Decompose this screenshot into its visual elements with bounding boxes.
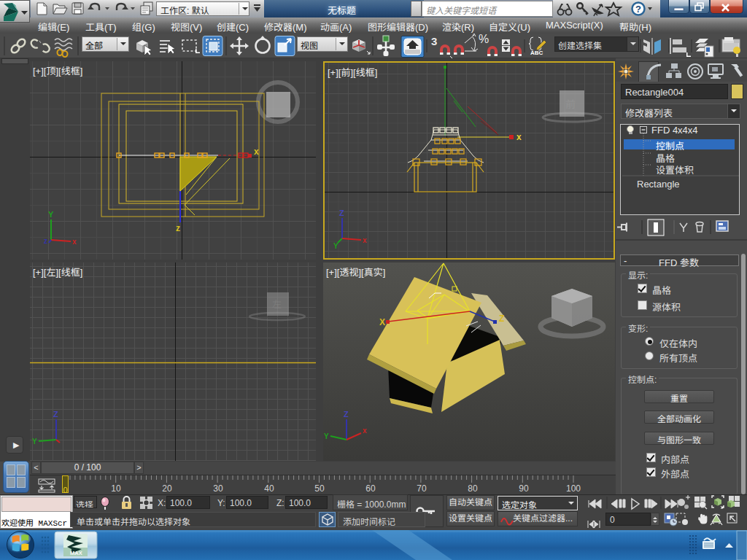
- svg-text:Y: Y: [333, 242, 338, 250]
- svg-text:50: 50: [314, 483, 325, 494]
- svg-text:70: 70: [417, 483, 427, 494]
- svg-text:x: x: [516, 132, 522, 142]
- svg-text:30: 30: [213, 483, 223, 494]
- svg-text:前: 前: [565, 98, 576, 110]
- svg-text:Y: Y: [32, 438, 37, 446]
- svg-text:60: 60: [365, 483, 376, 494]
- svg-text:%: %: [479, 33, 489, 45]
- svg-text:Z: Z: [499, 314, 504, 324]
- svg-text:ABC: ABC: [530, 50, 543, 56]
- svg-text:X: X: [379, 317, 385, 327]
- svg-text:20: 20: [162, 483, 172, 494]
- svg-text:上: 上: [273, 96, 283, 108]
- svg-text:MAX: MAX: [70, 550, 82, 556]
- svg-text:x: x: [72, 238, 77, 246]
- svg-text:z: z: [176, 223, 180, 233]
- svg-text:?: ?: [635, 4, 641, 15]
- svg-text:z: z: [44, 237, 47, 245]
- svg-text:x: x: [363, 236, 367, 244]
- svg-text:80: 80: [468, 483, 478, 494]
- svg-text:40: 40: [264, 483, 274, 494]
- svg-text:3: 3: [431, 35, 437, 47]
- svg-text:x: x: [254, 147, 259, 157]
- svg-text:10: 10: [111, 483, 121, 494]
- svg-text:100: 100: [566, 483, 581, 494]
- svg-text:90: 90: [519, 483, 529, 494]
- svg-text:Z: Z: [344, 410, 349, 419]
- svg-text:Z: Z: [53, 410, 58, 419]
- svg-text:左: 左: [272, 299, 282, 310]
- svg-text:Y: Y: [48, 210, 54, 219]
- svg-text:Y: Y: [324, 432, 329, 440]
- svg-text:x: x: [363, 427, 367, 435]
- svg-text:Z: Z: [339, 209, 344, 217]
